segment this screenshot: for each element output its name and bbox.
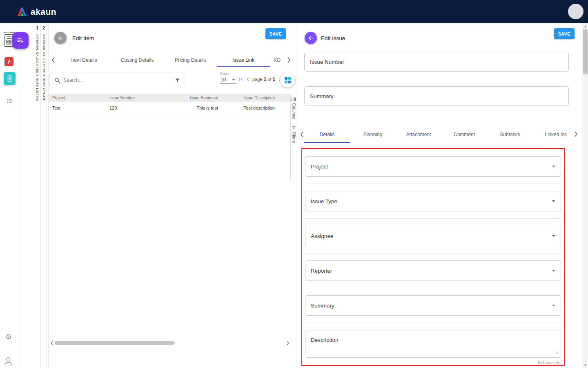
first-page-icon[interactable] — [237, 75, 244, 83]
back-arrow-icon — [57, 35, 64, 41]
workspace-tab-1[interactable]: 1 INTERNAL SALES CREDIT NOTE LISTING — [34, 23, 40, 368]
summary-dropdown[interactable]: Summary — [305, 295, 561, 316]
scroll-up-icon[interactable]: ▲ — [582, 23, 588, 29]
rows-caret-icon — [232, 79, 235, 81]
filter-funnel-icon[interactable] — [174, 77, 180, 83]
issue-tabs-scroll-left-icon[interactable] — [300, 126, 304, 143]
rows-per-page-control: Rows 10 — [220, 72, 238, 84]
tabs-scroll-left-icon[interactable] — [49, 54, 58, 67]
tab-comment[interactable]: Comment — [441, 126, 487, 143]
search-icon — [54, 77, 60, 83]
playlist-icon — [16, 36, 24, 45]
sidebar-item-list[interactable] — [6, 97, 13, 105]
edit-item-back-button[interactable] — [54, 32, 67, 44]
list-icon — [6, 97, 13, 105]
cell-issue-number: 123 — [109, 105, 171, 110]
table-row[interactable]: Test 123 This is test Test description — [49, 102, 290, 114]
columns-label: Columns — [292, 103, 296, 119]
project-dropdown[interactable]: Project — [305, 156, 561, 177]
chevron-down-icon — [552, 200, 555, 202]
issue-type-label: Issue Type — [311, 198, 337, 204]
hscroll-right-icon[interactable] — [285, 340, 290, 346]
edit-issue-panel: Edit Issue SAVE Issue Number Summary Det… — [297, 23, 582, 368]
search-input[interactable] — [63, 77, 172, 83]
edit-issue-tabs: Details Planning Attachment Comment Subt… — [300, 126, 579, 143]
chevron-down-icon — [552, 235, 555, 237]
settings-gear-icon[interactable]: ⚙ — [5, 332, 12, 341]
scroll-down-icon[interactable]: ▼ — [582, 362, 588, 368]
prev-page-icon[interactable] — [244, 75, 251, 83]
brand-name: akaun — [31, 7, 56, 17]
reporter-label: Reporter — [311, 268, 332, 274]
workspace-tab-strip: 1 INTERNAL SALES CREDIT NOTE LISTING 2 I… — [34, 23, 47, 368]
chevron-down-icon — [552, 166, 555, 167]
summary-field[interactable]: Summary — [304, 86, 569, 106]
assignee-dropdown[interactable]: Assignee — [305, 226, 561, 246]
filters-label: Filters — [292, 132, 296, 143]
tab-item-details[interactable]: Item Details — [58, 54, 111, 67]
description-textarea[interactable]: Description — [305, 330, 561, 358]
profile-icon[interactable] — [3, 355, 13, 368]
vertical-scrollbar: ▲ ▼ — [582, 23, 588, 368]
rows-label: Rows — [220, 72, 238, 76]
page-indicator: page 1 of 1 — [252, 76, 275, 82]
hscroll-thumb[interactable] — [55, 341, 175, 345]
tab-subtasks[interactable]: Subtasks — [487, 126, 533, 143]
col-issue-number: Issue Number — [109, 96, 171, 100]
issue-number-field[interactable]: Issue Number — [304, 52, 569, 72]
details-form-highlight: Project Issue Type Assignee Reporter Sum… — [301, 148, 565, 366]
tab-planning[interactable]: Planning — [350, 126, 396, 143]
resize-handle-icon[interactable] — [555, 350, 559, 356]
sidebar-item-red-applet[interactable] — [4, 57, 13, 66]
divider — [305, 253, 561, 254]
tab-ko-partial[interactable]: KO — [270, 54, 284, 67]
edit-issue-title: Edit Issue — [321, 35, 345, 41]
workspace-tab-2-label: INTERNAL SALES CREDIT NOTE CREATE — [42, 34, 45, 101]
workspace-tab-1-number: 1 — [34, 23, 40, 32]
issue-tabs-scroll-right-icon[interactable] — [571, 131, 580, 137]
chevron-down-icon — [552, 305, 555, 306]
tab-pricing-details[interactable]: Pricing Details — [164, 54, 217, 67]
runner-icon — [6, 59, 12, 65]
reporter-dropdown[interactable]: Reporter — [305, 260, 561, 281]
edit-item-tabs: Item Details Costing Details Pricing Det… — [49, 54, 297, 67]
user-avatar[interactable] — [569, 4, 583, 18]
workspace-tab-1-label: INTERNAL SALES CREDIT NOTE LISTING — [36, 34, 39, 101]
edit-issue-save-button[interactable]: SAVE — [554, 28, 575, 39]
edit-issue-back-button[interactable] — [305, 32, 317, 44]
cell-issue-description: Test description — [218, 105, 275, 110]
drag-grip-icon — [292, 97, 296, 101]
sidebar: CREDIT NOTE — [0, 23, 20, 368]
summary-field-label: Summary — [311, 303, 334, 309]
tab-details[interactable]: Details — [304, 126, 350, 143]
issue-number-label: Issue Number — [310, 59, 344, 65]
divider — [305, 288, 561, 288]
grid-view-button[interactable] — [280, 72, 295, 88]
assignee-label: Assignee — [311, 233, 334, 239]
rows-value: 10 — [220, 77, 226, 83]
workspace-tab-2[interactable]: 2 INTERNAL SALES CREDIT NOTE CREATE — [40, 23, 47, 368]
issue-type-dropdown[interactable]: Issue Type — [305, 191, 561, 211]
vscroll-thumb[interactable] — [583, 29, 588, 74]
col-project: Project — [49, 96, 109, 100]
edit-item-save-button[interactable]: SAVE — [265, 28, 286, 39]
tab-costing-details[interactable]: Costing Details — [111, 54, 164, 67]
tabs-scroll-right-icon[interactable] — [284, 54, 293, 67]
edit-item-title: Edit Item — [72, 35, 94, 41]
col-issue-summary: Issue Summary — [171, 96, 218, 100]
hscroll-left-icon[interactable] — [49, 340, 54, 346]
issue-search-box — [49, 72, 185, 88]
tab-issue-link[interactable]: Issue Link — [217, 54, 270, 67]
filters-funnel-icon — [292, 126, 296, 130]
description-label: Description — [311, 337, 339, 343]
sidebar-item-document-applet[interactable] — [4, 72, 16, 85]
akaun-logo-icon — [16, 7, 28, 17]
summary-label: Summary — [310, 93, 334, 99]
brand-logo[interactable]: akaun — [16, 7, 56, 17]
filters-tool[interactable]: Filters — [292, 126, 296, 143]
sidebar-item-active-applet[interactable] — [12, 32, 29, 49]
columns-tool[interactable]: Columns — [292, 97, 296, 119]
rows-select[interactable]: 10 — [220, 76, 236, 84]
issue-table-header: Project Issue Number Issue Summary Issue… — [49, 94, 290, 102]
tab-attachment[interactable]: Attachment — [396, 126, 441, 143]
